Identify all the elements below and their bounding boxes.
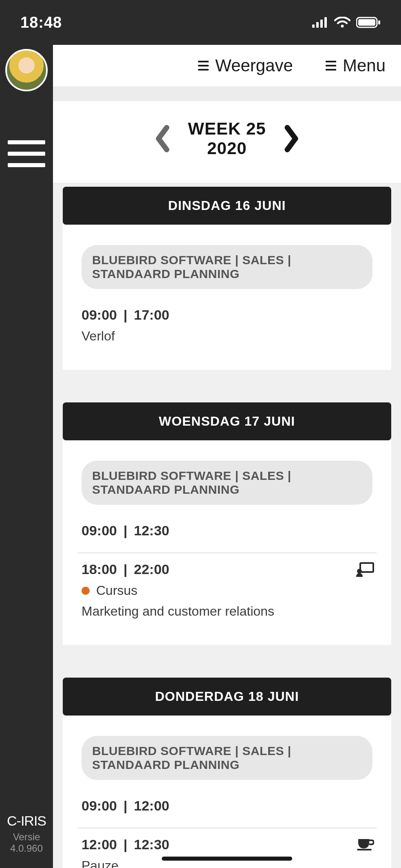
- slot-start: 09:00: [82, 307, 117, 323]
- svg-point-4: [341, 25, 344, 28]
- week-navigator: WEEK 25 2020: [53, 101, 401, 183]
- week-year: 2020: [188, 139, 266, 158]
- week-display: WEEK 25 2020: [188, 119, 266, 158]
- home-indicator: [162, 857, 292, 861]
- device-status-bar: 18:48: [0, 0, 401, 45]
- left-hamburger-button[interactable]: [8, 140, 45, 167]
- category-chip[interactable]: BLUEBIRD SOFTWARE | SALES | STANDAARD PL…: [82, 245, 372, 289]
- schedule-slot[interactable]: 09:00 | 12:00: [77, 790, 377, 828]
- slot-end: 12:00: [134, 798, 169, 814]
- svg-rect-6: [358, 19, 375, 26]
- svg-rect-3: [324, 17, 327, 28]
- version-number: 4.0.960: [0, 843, 53, 854]
- schedule-slot[interactable]: 09:00 | 12:30: [77, 515, 377, 552]
- cellular-signal-icon: [312, 17, 328, 28]
- svg-rect-8: [360, 563, 373, 572]
- category-chip[interactable]: BLUEBIRD SOFTWARE | SALES | STANDAARD PL…: [82, 736, 372, 780]
- slot-end: 22:00: [134, 561, 169, 577]
- day-header[interactable]: DINSDAG 16 JUNI: [63, 187, 391, 225]
- slot-end: 17:00: [134, 307, 169, 323]
- menu-button[interactable]: Menu: [326, 56, 386, 75]
- day-section: WOENSDAG 17 JUNI BLUEBIRD SOFTWARE | SAL…: [53, 402, 401, 645]
- slot-sep: |: [123, 837, 128, 853]
- next-week-button[interactable]: [282, 124, 300, 153]
- left-rail: C-IRIS Versie 4.0.960: [0, 45, 53, 868]
- schedule-slot[interactable]: 12:00 | 12:30 Pauze: [77, 828, 377, 868]
- slot-sep: |: [123, 307, 128, 323]
- schedule-slot[interactable]: 18:00 | 22:00 Cursus Marketing and custo…: [77, 552, 377, 633]
- slot-end: 12:30: [134, 837, 169, 853]
- wifi-icon: [334, 17, 350, 28]
- day-header[interactable]: DONDERDAG 18 JUNI: [63, 678, 391, 716]
- brand-name: C-IRIS: [0, 813, 53, 829]
- day-header[interactable]: WOENSDAG 17 JUNI: [63, 402, 391, 440]
- content-area: Weergave Menu WEEK 25 2020 DINSDAG 16 JU…: [53, 45, 401, 868]
- svg-rect-0: [312, 24, 315, 28]
- slot-sep: |: [123, 798, 128, 814]
- menu-label: Menu: [343, 56, 386, 75]
- slot-end: 12:30: [134, 523, 169, 539]
- slot-label: Verlof: [82, 329, 372, 344]
- week-label: WEEK 25: [188, 119, 266, 139]
- svg-rect-1: [316, 22, 319, 28]
- day-body: BLUEBIRD SOFTWARE | SALES | STANDAARD PL…: [63, 440, 391, 645]
- weergave-menu-button[interactable]: Weergave: [198, 56, 293, 75]
- day-section: DONDERDAG 18 JUNI BLUEBIRD SOFTWARE | SA…: [53, 678, 401, 868]
- slot-start: 09:00: [82, 798, 117, 814]
- top-menu-bar: Weergave Menu: [53, 45, 401, 86]
- slot-start: 12:00: [82, 837, 117, 853]
- svg-rect-2: [320, 20, 323, 28]
- version-label: Versie: [0, 831, 53, 843]
- slot-sep: |: [123, 523, 128, 539]
- slot-sep: |: [123, 561, 128, 577]
- svg-rect-7: [378, 20, 380, 24]
- status-dot-icon: [82, 587, 90, 595]
- day-body: BLUEBIRD SOFTWARE | SALES | STANDAARD PL…: [63, 225, 391, 370]
- teach-icon: [356, 562, 374, 579]
- category-chip[interactable]: BLUEBIRD SOFTWARE | SALES | STANDAARD PL…: [82, 461, 372, 505]
- app-footer: C-IRIS Versie 4.0.960: [0, 813, 53, 854]
- day-body: BLUEBIRD SOFTWARE | SALES | STANDAARD PL…: [63, 716, 391, 868]
- coffee-icon: [357, 837, 374, 852]
- svg-point-9: [357, 569, 362, 574]
- slot-start: 18:00: [82, 561, 117, 577]
- weergave-label: Weergave: [215, 56, 293, 75]
- schedule-slot[interactable]: 09:00 | 17:00 Verlof: [77, 299, 377, 358]
- slot-tag: Cursus: [96, 583, 137, 598]
- avatar[interactable]: [5, 49, 48, 91]
- status-time: 18:48: [20, 14, 62, 31]
- svg-rect-10: [357, 849, 372, 850]
- slot-start: 09:00: [82, 523, 117, 539]
- status-icons: [312, 17, 381, 28]
- separator-strip: [53, 86, 401, 101]
- prev-week-button[interactable]: [154, 124, 172, 153]
- battery-icon: [356, 17, 381, 28]
- slot-sub: Marketing and customer relations: [82, 604, 372, 619]
- day-section: DINSDAG 16 JUNI BLUEBIRD SOFTWARE | SALE…: [53, 187, 401, 370]
